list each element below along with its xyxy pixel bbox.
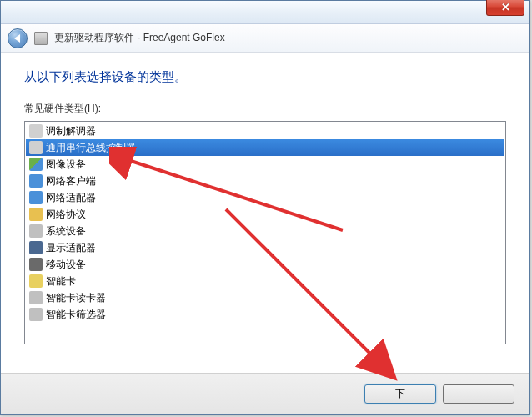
list-item-label: 智能卡读卡器 bbox=[46, 291, 106, 305]
back-button[interactable] bbox=[8, 28, 28, 48]
list-label: 常见硬件类型(H): bbox=[24, 102, 506, 116]
list-item[interactable]: 调制解调器 bbox=[26, 123, 504, 139]
list-item-label: 网络适配器 bbox=[46, 191, 96, 205]
list-item[interactable]: 网络适配器 bbox=[26, 189, 504, 206]
list-item[interactable]: 移动设备 bbox=[26, 256, 504, 273]
list-item-label: 调制解调器 bbox=[46, 124, 96, 138]
list-item-label: 系统设备 bbox=[46, 224, 86, 239]
list-item[interactable]: 智能卡 bbox=[26, 273, 504, 289]
smartcard-reader-icon bbox=[29, 291, 43, 304]
list-item[interactable]: 系统设备 bbox=[26, 223, 504, 239]
smartcard-icon bbox=[29, 274, 43, 288]
page-heading: 从以下列表选择设备的类型。 bbox=[24, 69, 506, 85]
list-item-label: 智能卡 bbox=[46, 274, 76, 289]
list-item[interactable]: 智能卡筛选器 bbox=[26, 306, 504, 323]
smartcard-filter-icon bbox=[29, 308, 43, 321]
list-item[interactable]: 通用串行总线控制器 bbox=[26, 139, 504, 156]
mobile-device-icon bbox=[29, 258, 43, 271]
list-item-label: 图像设备 bbox=[46, 158, 86, 172]
disk-icon bbox=[34, 32, 48, 45]
list-item-label: 移动设备 bbox=[46, 258, 86, 272]
footer-bar: 下 bbox=[1, 373, 529, 414]
network-protocol-icon bbox=[29, 208, 43, 221]
modem-icon bbox=[29, 124, 43, 138]
list-item-label: 通用串行总线控制器 bbox=[46, 141, 136, 155]
list-item-label: 网络协议 bbox=[46, 208, 86, 222]
list-item[interactable]: 网络客户端 bbox=[26, 173, 504, 189]
list-item[interactable]: 网络协议 bbox=[26, 206, 504, 223]
back-arrow-icon bbox=[14, 34, 20, 43]
list-item-label: 智能卡筛选器 bbox=[46, 308, 106, 322]
list-item[interactable]: 显示适配器 bbox=[26, 239, 504, 256]
list-item-label: 网络客户端 bbox=[46, 174, 96, 188]
list-item[interactable]: 图像设备 bbox=[26, 156, 504, 173]
content-area: 从以下列表选择设备的类型。 常见硬件类型(H): 调制解调器 通用串行总线控制器… bbox=[1, 53, 529, 373]
usb-icon bbox=[29, 141, 43, 154]
close-button[interactable]: ✕ bbox=[486, 0, 524, 16]
titlebar: ✕ bbox=[1, 1, 529, 24]
window-title: 更新驱动程序软件 - FreeAgent GoFlex bbox=[54, 31, 225, 45]
list-item[interactable]: 智能卡读卡器 bbox=[26, 289, 504, 306]
system-device-icon bbox=[29, 224, 43, 238]
dialog-window: ✕ 更新驱动程序软件 - FreeAgent GoFlex 从以下列表选择设备的… bbox=[0, 0, 530, 415]
network-adapter-icon bbox=[29, 191, 43, 204]
cancel-button[interactable] bbox=[443, 384, 514, 404]
close-icon: ✕ bbox=[501, 1, 510, 13]
next-button[interactable]: 下 bbox=[364, 384, 436, 404]
list-item-label: 显示适配器 bbox=[46, 241, 96, 255]
device-type-listbox[interactable]: 调制解调器 通用串行总线控制器 图像设备 网络客户端 网络适配器 网络协议 bbox=[24, 121, 506, 344]
header-bar: 更新驱动程序软件 - FreeAgent GoFlex bbox=[1, 24, 529, 53]
image-device-icon bbox=[29, 158, 43, 171]
next-button-label: 下 bbox=[395, 387, 405, 401]
network-client-icon bbox=[29, 174, 43, 188]
display-adapter-icon bbox=[29, 241, 43, 254]
